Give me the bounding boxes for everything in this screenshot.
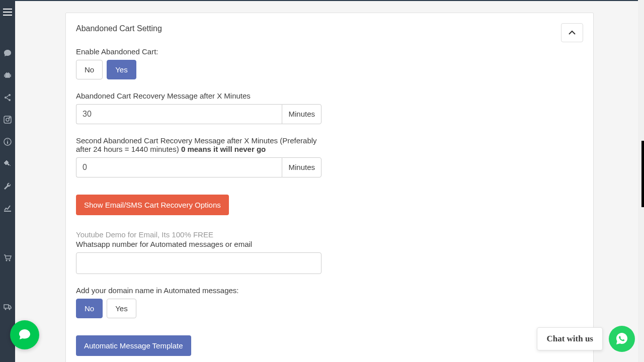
domain-group: Add your domain name in Automated messag…: [76, 286, 321, 318]
whatsapp-button[interactable]: [609, 326, 635, 352]
whatsapp-icon: [614, 331, 629, 346]
instagram-icon[interactable]: [4, 116, 12, 124]
truck-icon[interactable]: [4, 304, 12, 311]
svg-point-5: [9, 117, 10, 118]
svg-point-10: [9, 309, 11, 310]
chevron-up-icon: [568, 30, 576, 35]
youtube-demo-link[interactable]: Youtube Demo for Email, Its 100% FREE: [76, 230, 583, 239]
second-message-group: Second Abandoned Cart Recovery Message a…: [76, 136, 321, 177]
svg-point-0: [9, 94, 11, 96]
domain-label: Add your domain name in Automated messag…: [76, 286, 321, 295]
chat-icon: [18, 328, 32, 342]
share-icon[interactable]: [4, 94, 12, 102]
wrench-icon[interactable]: [4, 182, 12, 190]
enable-label: Enable Abandoned Cart:: [76, 47, 321, 56]
topbar: [0, 0, 644, 1]
domain-no-button[interactable]: No: [76, 299, 103, 318]
minutes-suffix: Minutes: [282, 104, 321, 124]
sidebar: [0, 0, 15, 362]
first-message-label: Abandoned Cart Recovery Message after X …: [76, 92, 321, 100]
chat-fab[interactable]: [10, 320, 39, 349]
show-options-button[interactable]: Show Email/SMS Cart Recovery Options: [76, 195, 229, 215]
scrollbar-thumb[interactable]: [641, 141, 644, 207]
first-message-input[interactable]: [76, 104, 282, 124]
sidebar-nav: [4, 49, 12, 311]
whatsapp-group: Whatsapp number for Automated messages o…: [76, 240, 321, 274]
whatsapp-label: Whatsapp number for Automated messages o…: [76, 240, 321, 248]
whatsapp-input[interactable]: [76, 252, 321, 274]
settings-card: Abandoned Cart Setting Enable Abandoned …: [65, 13, 594, 362]
chart-icon[interactable]: [4, 204, 12, 212]
section-title: Abandoned Cart Setting: [76, 24, 583, 33]
second-message-input[interactable]: [76, 157, 282, 177]
collapse-button[interactable]: [561, 23, 583, 42]
chat-with-us-label[interactable]: Chat with us: [537, 327, 603, 350]
first-message-group: Abandoned Cart Recovery Message after X …: [76, 92, 321, 124]
enable-yes-button[interactable]: Yes: [107, 60, 136, 79]
svg-point-9: [5, 309, 7, 310]
domain-yes-button[interactable]: Yes: [107, 299, 136, 318]
enable-group: Enable Abandoned Cart: No Yes: [76, 47, 321, 79]
main-content: Abandoned Cart Setting Enable Abandoned …: [15, 0, 644, 362]
whatsapp-widget: Chat with us: [537, 326, 635, 352]
first-message-input-group: Minutes: [76, 104, 321, 124]
android-icon[interactable]: [4, 71, 11, 79]
comment-icon[interactable]: [4, 49, 12, 57]
svg-point-4: [6, 118, 9, 121]
svg-point-1: [5, 97, 7, 99]
minutes-suffix-2: Minutes: [282, 157, 321, 177]
svg-point-2: [9, 99, 11, 101]
hamburger-icon[interactable]: [0, 0, 15, 24]
second-message-input-group: Minutes: [76, 157, 321, 177]
template-button[interactable]: Automatic Message Template: [76, 335, 191, 356]
second-message-label: Second Abandoned Cart Recovery Message a…: [76, 136, 321, 153]
pin-icon[interactable]: [4, 160, 12, 168]
domain-toggle: No Yes: [76, 299, 321, 318]
svg-point-7: [6, 260, 8, 261]
enable-toggle: No Yes: [76, 60, 321, 79]
svg-point-8: [9, 260, 11, 261]
second-message-label-bold: 0 means it will never go: [181, 145, 266, 153]
enable-no-button[interactable]: No: [76, 60, 103, 79]
cart-icon[interactable]: [4, 254, 12, 262]
info-icon[interactable]: [4, 138, 12, 146]
